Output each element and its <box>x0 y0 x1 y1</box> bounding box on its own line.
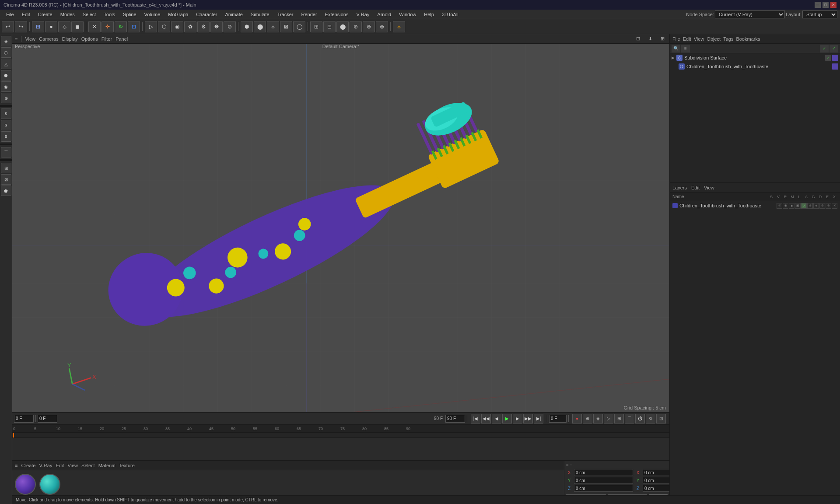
toolbar-btn-8[interactable]: ⬢ <box>241 21 253 32</box>
menu-help[interactable]: Help <box>420 11 438 18</box>
layer-row-children[interactable]: Children_Toothbrush_with_Toothpaste ☉ ◉ … <box>670 201 840 210</box>
left-tool-6[interactable]: ⌒ <box>1 147 11 158</box>
playhead[interactable] <box>13 433 14 438</box>
left-tool-7[interactable]: ⊞ <box>1 163 11 173</box>
mode-poly[interactable]: ◼ <box>71 21 84 32</box>
power-btn[interactable]: ⏻ <box>635 414 645 424</box>
layers-menu-view[interactable]: View <box>704 185 714 190</box>
play-btn[interactable]: ▶ <box>502 414 512 424</box>
vp-menu-panel[interactable]: Panel <box>116 36 128 42</box>
vp-menu-cameras[interactable]: Cameras <box>39 36 59 42</box>
toolbar-btn-18[interactable]: ⊜ <box>376 21 388 32</box>
left-tool-s1[interactable]: S <box>1 108 11 119</box>
go-end-btn[interactable]: ▶| <box>534 414 543 424</box>
toolbar-btn-16[interactable]: ⊕ <box>350 21 362 32</box>
mat-view-menu[interactable]: View <box>67 463 78 468</box>
layer-icon-e[interactable]: ⊛ <box>826 203 831 209</box>
menu-simulate[interactable]: Simulate <box>247 11 273 18</box>
toolbar-btn-2[interactable]: ⬡ <box>158 21 170 32</box>
obj-ctrl-check[interactable]: ✓ <box>825 55 831 61</box>
menu-3dtoall[interactable]: 3DToAll <box>438 11 462 18</box>
mode-object[interactable]: ⊞ <box>32 21 44 32</box>
left-tool-0[interactable]: ◈ <box>1 36 11 46</box>
left-tool-1[interactable]: ⬡ <box>1 47 11 58</box>
tool-scale[interactable]: ⊡ <box>128 21 140 32</box>
menu-tracker[interactable]: Tracker <box>274 11 297 18</box>
prev-key-btn[interactable]: ◀ <box>492 414 501 424</box>
end-frame-input[interactable] <box>445 415 465 423</box>
vp-menu-filter[interactable]: Filter <box>102 36 112 42</box>
obj-ctrl-dot[interactable] <box>832 55 838 61</box>
om-file-menu[interactable]: File <box>672 36 680 42</box>
menu-animate[interactable]: Animate <box>221 11 246 18</box>
left-tool-4[interactable]: ◉ <box>1 81 11 92</box>
menu-file[interactable]: File <box>3 11 18 18</box>
extra-btn[interactable]: ⊡ <box>656 414 666 424</box>
om-tags-menu[interactable]: Tags <box>723 36 733 42</box>
vp-fullscreen-btn[interactable]: ⊡ <box>634 35 642 43</box>
toolbar-btn-6[interactable]: ❋ <box>210 21 223 32</box>
mat-menu-icon[interactable]: ≡ <box>15 463 18 468</box>
om-filter-btn[interactable]: ≡ <box>681 45 690 52</box>
vp-menu-view[interactable]: View <box>25 36 35 42</box>
mode-points[interactable]: ● <box>45 21 57 32</box>
menu-create[interactable]: Create <box>35 11 56 18</box>
layer-icon-s[interactable]: ☉ <box>777 203 782 209</box>
layout-select[interactable]: Startup <box>802 10 837 18</box>
vp-settings-btn[interactable]: ⊞ <box>658 35 667 43</box>
menu-character[interactable]: Character <box>192 11 220 18</box>
toolbar-btn-3[interactable]: ◉ <box>171 21 183 32</box>
toolbar-btn-11[interactable]: ⊠ <box>280 21 292 32</box>
menu-extensions[interactable]: Extensions <box>322 11 352 18</box>
mat-edit-menu[interactable]: Edit <box>56 463 64 468</box>
om-edit-menu[interactable]: Edit <box>683 36 691 42</box>
om-check2[interactable]: ✓ <box>830 45 838 52</box>
loop-btn[interactable]: ↻ <box>646 414 655 424</box>
go-start-btn[interactable]: |◀ <box>471 414 480 424</box>
keyframe-btn[interactable]: ◈ <box>593 414 603 424</box>
menu-vray[interactable]: V-Ray <box>353 11 373 18</box>
menu-mograph[interactable]: MoGraph <box>164 11 192 18</box>
left-tool-9[interactable]: ⬟ <box>1 186 11 196</box>
layer-icon-l[interactable]: ▷ <box>801 203 807 209</box>
vp-menu-icon[interactable]: ≡ <box>15 36 18 42</box>
menu-volume[interactable]: Volume <box>141 11 164 18</box>
tool-rotate[interactable]: ↻ <box>115 21 127 32</box>
rec-btn[interactable]: ● <box>572 414 582 424</box>
layer-icon-m[interactable]: ▣ <box>795 203 801 209</box>
mat-material-menu[interactable]: Material <box>98 463 116 468</box>
coords-z-input[interactable] <box>574 485 633 492</box>
maximize-button[interactable]: □ <box>822 2 829 8</box>
menu-edit[interactable]: Edit <box>18 11 34 18</box>
motion-btn[interactable]: ▷ <box>604 414 613 424</box>
toolbar-btn-5[interactable]: ⚙ <box>197 21 210 32</box>
toolbar-btn-14[interactable]: ⊟ <box>323 21 336 32</box>
left-tool-5[interactable]: ⊕ <box>1 93 11 103</box>
om-bookmarks-menu[interactable]: Bookmarks <box>736 36 760 42</box>
om-search-btn[interactable]: 🔍 <box>672 45 680 52</box>
left-tool-3[interactable]: ⬟ <box>1 70 11 80</box>
node-space-select[interactable]: Current (V-Ray) <box>715 10 785 18</box>
left-tool-s3[interactable]: S <box>1 131 11 142</box>
coords-y-input[interactable] <box>574 477 633 484</box>
close-button[interactable]: ✕ <box>830 2 836 8</box>
window-controls[interactable]: ─ □ ✕ <box>815 2 836 8</box>
menu-select[interactable]: Select <box>79 11 100 18</box>
toolbar-btn-7[interactable]: ⊘ <box>224 21 236 32</box>
minimize-button[interactable]: ─ <box>815 2 821 8</box>
menu-window[interactable]: Window <box>396 11 420 18</box>
layer-icon-x[interactable]: ✕ <box>832 203 837 209</box>
toolbar-btn-13[interactable]: ⊞ <box>310 21 322 32</box>
om-check1[interactable]: ✓ <box>820 45 829 52</box>
mat-texture-menu[interactable]: Texture <box>119 463 135 468</box>
toolbar-btn-10[interactable]: ☼ <box>267 21 279 32</box>
next-key-btn[interactable]: ▶ <box>513 414 522 424</box>
next-frame-btn[interactable]: ▶▶ <box>523 414 533 424</box>
tool-move[interactable]: ✛ <box>102 21 114 32</box>
current-frame-input[interactable] <box>14 415 34 423</box>
obj-ctrl-dot2[interactable] <box>832 63 838 70</box>
object-row-subdivision[interactable]: ▶ ⬡ Subdivision Surface ✓ <box>670 53 840 62</box>
curve-btn[interactable]: ⌒ <box>625 414 634 424</box>
vp-menu-display[interactable]: Display <box>62 36 78 42</box>
toolbar-btn-17[interactable]: ⊛ <box>363 21 375 32</box>
